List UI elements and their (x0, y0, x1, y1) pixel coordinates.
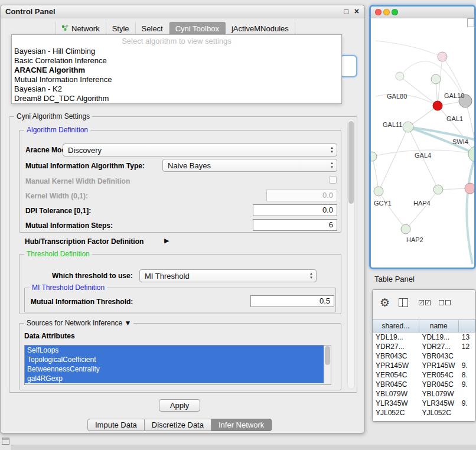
network-edge[interactable] (376, 41, 442, 57)
bottom-tab-impute-data[interactable]: Impute Data (87, 419, 145, 431)
table-row[interactable]: YBR043CYBR043C (373, 351, 475, 361)
network-edge[interactable] (372, 156, 379, 191)
network-edge[interactable] (406, 190, 438, 229)
tab-style[interactable]: Style (106, 22, 136, 35)
aracne-mode-select[interactable]: Discovery ▲▼ (63, 144, 337, 156)
column-header-name[interactable]: name (419, 320, 459, 332)
table-row[interactable]: YLR345WYLR345W9. (373, 399, 475, 408)
table-cell (459, 389, 475, 399)
attribute-item-topologicalcoefficient[interactable]: TopologicalCoefficient (25, 355, 324, 364)
tab-cyni-toolbox[interactable]: Cyni Toolbox (169, 22, 226, 35)
zoom-traffic-light[interactable] (392, 9, 398, 15)
table-row[interactable]: YPR145WYPR145W9. (373, 361, 475, 370)
table-cell: 8. (459, 370, 475, 380)
settings-scrollbar[interactable] (347, 119, 355, 389)
network-edge[interactable] (467, 154, 474, 264)
network-node[interactable] (468, 146, 474, 162)
algorithm-option-aracne-algorithm[interactable]: ARACNE Algorithm (12, 66, 341, 75)
network-graph[interactable]: GAL80GAL10GAL11GAL1SWI4GAL4GCY1HAP4HAP2 (371, 18, 474, 268)
algorithm-option-mutual-information-inference[interactable]: Mutual Information Inference (12, 75, 341, 84)
attributes-scrollbar-thumb[interactable] (325, 346, 330, 365)
network-window-titlebar[interactable] (371, 6, 474, 18)
column-header-shared[interactable]: shared... (373, 320, 419, 332)
network-edge[interactable] (379, 191, 406, 229)
network-icon (61, 24, 69, 33)
minimized-panel-icon[interactable] (2, 438, 9, 445)
float-window-icon[interactable]: □ (344, 7, 348, 16)
algorithm-option-bayesian-k2[interactable]: Bayesian - K2 (12, 84, 341, 94)
network-node[interactable] (371, 152, 377, 161)
network-node[interactable] (396, 72, 404, 80)
network-node[interactable] (403, 122, 413, 132)
bottom-tab-discretize-data[interactable]: Discretize Data (145, 419, 211, 431)
network-node[interactable] (433, 185, 443, 194)
table-cell (459, 351, 475, 361)
algorithm-option-bayesian-hill-climbing[interactable]: Bayesian - Hill Climbing (12, 47, 341, 56)
kernel-width-input[interactable]: 0.0 (266, 190, 337, 201)
collapse-triangle-icon[interactable]: ▼ (124, 319, 131, 327)
dpi-tolerance-input[interactable]: 0.0 (253, 204, 337, 216)
manual-kernel-checkbox[interactable] (329, 176, 337, 184)
gear-icon[interactable]: ⚙ (380, 296, 390, 309)
network-view-window[interactable]: GAL80GAL10GAL11GAL1SWI4GAL4GCY1HAP4HAP2 (369, 5, 476, 269)
table-row[interactable]: YER054CYER054C8. (373, 370, 475, 380)
algorithm-option-basic-correlation-inference[interactable]: Basic Correlation Inference (12, 56, 341, 66)
close-traffic-light[interactable] (375, 9, 382, 15)
manual-kernel-label: Manual Kernel Width Definition (25, 177, 130, 185)
network-edge[interactable] (465, 101, 474, 154)
column-browser-icon[interactable] (399, 298, 408, 307)
network-node[interactable] (433, 101, 442, 110)
network-node[interactable] (438, 52, 447, 61)
table-row[interactable]: YJL052CYJL052C (373, 408, 475, 418)
tab-label: Network (71, 24, 100, 33)
attribute-item-selfloops[interactable]: SelfLoops (25, 345, 324, 355)
deselect-all-icon[interactable] (439, 300, 451, 305)
table-row[interactable]: YDL19...YDL19...13 (373, 332, 475, 342)
which-threshold-label: Which threshold to use: (52, 272, 133, 280)
node-label-gal1: GAL1 (446, 115, 463, 122)
algorithm-option-dream8-dc-tdc-algorithm[interactable]: Dream8 DC_TDC Algorithm (12, 94, 341, 103)
network-node[interactable] (401, 224, 410, 234)
table-cell: 9. (459, 361, 475, 370)
tab-jactivemnodules[interactable]: jActiveMNodules (226, 22, 295, 35)
table-cell: YBR045C (373, 380, 419, 389)
spinner-arrows-icon: ▲▼ (309, 272, 313, 280)
network-edge[interactable] (379, 127, 408, 191)
apply-button[interactable]: Apply (159, 399, 200, 412)
mi-type-value: Naive Bayes (168, 161, 211, 170)
settings-scrollbar-thumb[interactable] (348, 121, 354, 204)
mi-steps-input[interactable]: 6 (253, 219, 337, 231)
network-corner-box[interactable] (467, 18, 474, 27)
cyni-settings-title: Cyni Algorithm Settings (14, 112, 92, 120)
attribute-item-betweennesscentrality[interactable]: BetweennessCentrality (25, 364, 324, 374)
which-threshold-select[interactable]: MI Threshold ▲▼ (139, 269, 317, 282)
expand-triangle-icon[interactable]: ▶ (164, 237, 169, 244)
table-cell: YBR043C (373, 351, 419, 361)
attribute-item-gal4rgexp[interactable]: gal4RGexp (25, 374, 324, 383)
network-node[interactable] (431, 74, 441, 84)
control-panel-titlebar[interactable]: Control Panel □ × (1, 5, 364, 18)
close-window-icon[interactable]: × (354, 6, 359, 16)
table-cell: YDL19... (419, 332, 458, 342)
network-node[interactable] (465, 183, 474, 194)
mi-threshold-input[interactable]: 0.5 (250, 295, 334, 307)
data-attributes-list[interactable]: SelfLoopsTopologicalCoefficientBetweenne… (24, 345, 331, 385)
table-cell: 12 (459, 342, 475, 351)
table-row[interactable]: YDR27...YDR27...12 (373, 342, 475, 351)
bottom-tab-infer-network[interactable]: Infer Network (211, 419, 272, 431)
column-header-2[interactable] (459, 320, 475, 332)
algorithm-select-fragment[interactable] (340, 55, 357, 77)
select-all-icon[interactable]: ✓✓ (419, 300, 431, 305)
node-label-gal11: GAL11 (383, 121, 402, 128)
mi-algorithm-type-select[interactable]: Naive Bayes ▲▼ (162, 159, 337, 172)
tab-network[interactable]: Network (55, 22, 106, 35)
table-header: shared...name (373, 319, 475, 332)
table-row[interactable]: YBR045CYBR045C9. (373, 380, 475, 389)
table-row[interactable]: YBL079WYBL079W (373, 389, 475, 399)
network-canvas[interactable]: GAL80GAL10GAL11GAL1SWI4GAL4GCY1HAP4HAP2 (371, 18, 474, 268)
attributes-scrollbar[interactable] (324, 345, 331, 384)
minimize-traffic-light[interactable] (383, 9, 390, 15)
node-label-swi4: SWI4 (452, 138, 468, 145)
network-node[interactable] (374, 187, 383, 196)
tab-select[interactable]: Select (136, 22, 169, 35)
